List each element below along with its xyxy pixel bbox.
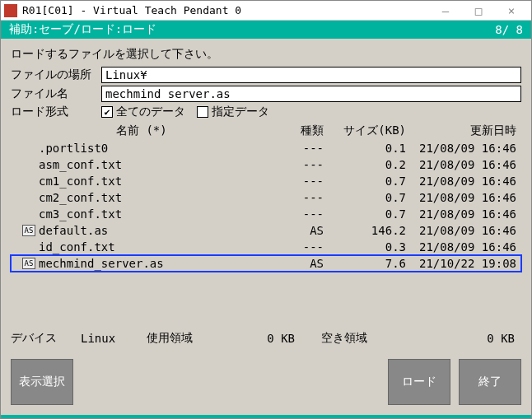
- specified-data-label: 指定データ: [212, 105, 269, 119]
- file-size: 7.6: [324, 257, 406, 270]
- file-size: 0.7: [324, 207, 406, 221]
- titlebar[interactable]: R01[C01] - Virtual Teach Pendant 0 — □ ×: [1, 1, 531, 21]
- file-date: 21/08/09 16:46: [406, 224, 521, 237]
- file-kind: AS: [274, 257, 324, 270]
- file-size: 146.2: [324, 224, 406, 237]
- file-name: mechmind_server.as: [39, 257, 274, 270]
- maximize-button[interactable]: □: [462, 2, 495, 20]
- file-kind: AS: [274, 224, 324, 237]
- device-name: Linux: [81, 332, 147, 345]
- col-name-header: 名前 (*): [11, 123, 274, 138]
- file-kind: ---: [274, 191, 324, 204]
- file-date: 21/08/09 16:46: [406, 175, 521, 188]
- file-row[interactable]: asm_conf.txt---0.221/08/09 16:46: [11, 156, 521, 173]
- app-icon: [4, 4, 17, 17]
- file-size: 0.3: [324, 240, 406, 254]
- file-row[interactable]: cm3_conf.txt---0.721/08/09 16:46: [11, 206, 521, 222]
- mode-breadcrumb: 補助:セーブ/ロード:ロード: [9, 22, 156, 37]
- file-date: 21/10/22 19:08: [406, 257, 521, 270]
- file-size: 0.7: [324, 191, 406, 204]
- format-label: ロード形式: [11, 105, 101, 119]
- file-row[interactable]: ASdefault.asAS146.221/08/09 16:46: [11, 222, 521, 239]
- file-date: 21/08/09 16:46: [406, 240, 521, 254]
- used-label: 使用領域: [147, 331, 212, 346]
- file-row[interactable]: cm1_conf.txt---0.721/08/09 16:46: [11, 173, 521, 189]
- device-label: デバイス: [11, 331, 81, 346]
- free-label: 空き領域: [295, 331, 394, 346]
- file-type-icon: [22, 142, 35, 154]
- file-name: cm3_conf.txt: [39, 207, 274, 221]
- app-window: R01[C01] - Virtual Teach Pendant 0 — □ ×…: [0, 0, 532, 419]
- display-select-button[interactable]: 表示選択: [11, 359, 73, 405]
- column-headers: 名前 (*) 種類 サイズ(KB) 更新日時: [11, 123, 521, 138]
- file-size: 0.2: [324, 158, 406, 171]
- sub-header: 補助:セーブ/ロード:ロード 8/ 8: [1, 21, 531, 39]
- file-row[interactable]: cm2_conf.txt---0.721/08/09 16:46: [11, 189, 521, 206]
- location-label: ファイルの場所: [11, 68, 101, 82]
- file-date: 21/08/09 16:46: [406, 191, 521, 204]
- file-name: cm2_conf.txt: [39, 191, 274, 204]
- all-data-checkbox[interactable]: ✔ 全てのデータ: [101, 105, 185, 119]
- file-name: .portlist0: [39, 142, 274, 155]
- file-row[interactable]: ASmechmind_server.asAS7.621/10/22 19:08: [11, 255, 521, 272]
- minimize-button[interactable]: —: [429, 2, 462, 20]
- free-value: 0 KB: [394, 332, 521, 345]
- window-title: R01[C01] - Virtual Teach Pendant 0: [22, 4, 429, 16]
- file-type-icon: [22, 159, 35, 170]
- file-date: 21/08/09 16:46: [406, 142, 521, 155]
- file-kind: ---: [274, 142, 324, 155]
- file-name: default.as: [39, 224, 274, 237]
- file-name: id_conf.txt: [39, 240, 274, 254]
- location-input[interactable]: [101, 67, 521, 83]
- all-data-label: 全てのデータ: [116, 105, 185, 119]
- file-list[interactable]: .portlist0---0.121/08/09 16:46asm_conf.t…: [11, 140, 521, 272]
- specified-data-checkbox[interactable]: 指定データ: [197, 105, 269, 119]
- file-date: 21/08/09 16:46: [406, 207, 521, 221]
- device-status-row: デバイス Linux 使用領域 0 KB 空き領域 0 KB: [11, 331, 521, 346]
- page-counter: 8/ 8: [495, 23, 523, 36]
- col-kind-header: 種類: [274, 123, 324, 138]
- file-kind: ---: [274, 158, 324, 171]
- file-row[interactable]: .portlist0---0.121/08/09 16:46: [11, 140, 521, 156]
- file-size: 0.7: [324, 175, 406, 188]
- check-icon: [197, 106, 208, 118]
- file-name: cm1_conf.txt: [39, 175, 274, 188]
- load-button[interactable]: ロード: [388, 359, 450, 405]
- file-kind: ---: [274, 207, 324, 221]
- filename-label: ファイル名: [11, 86, 101, 101]
- file-type-icon: [22, 208, 35, 220]
- button-row: 表示選択 ロード 終了: [11, 359, 521, 410]
- file-type-icon: AS: [22, 258, 35, 269]
- file-size: 0.1: [324, 142, 406, 155]
- filename-input[interactable]: [101, 86, 521, 102]
- content-area: ロードするファイルを選択して下さい。 ファイルの場所 ファイル名 ロード形式 ✔…: [1, 39, 531, 415]
- file-row[interactable]: id_conf.txt---0.321/08/09 16:46: [11, 239, 521, 255]
- file-date: 21/08/09 16:46: [406, 158, 521, 171]
- file-name: asm_conf.txt: [39, 158, 274, 171]
- bottom-edge: [1, 415, 531, 418]
- file-type-icon: AS: [22, 225, 35, 236]
- file-type-icon: [22, 175, 35, 187]
- check-icon: ✔: [101, 106, 113, 118]
- file-type-icon: [22, 192, 35, 203]
- file-kind: ---: [274, 240, 324, 254]
- file-kind: ---: [274, 175, 324, 188]
- used-value: 0 KB: [212, 332, 295, 345]
- col-size-header: サイズ(KB): [324, 123, 406, 138]
- file-type-icon: [22, 241, 35, 253]
- close-button[interactable]: ×: [495, 2, 528, 20]
- instruction-text: ロードするファイルを選択して下さい。: [11, 47, 521, 62]
- exit-button[interactable]: 終了: [459, 359, 521, 405]
- col-date-header: 更新日時: [406, 123, 521, 138]
